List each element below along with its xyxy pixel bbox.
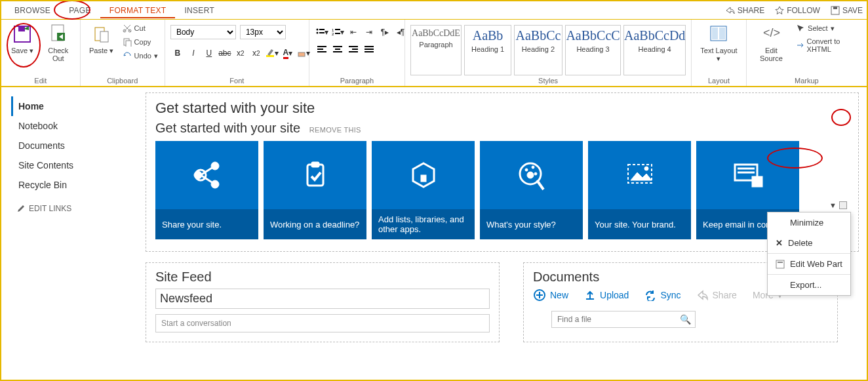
bullets-button[interactable]: ▾ xyxy=(315,25,329,39)
share-action[interactable]: SHARE xyxy=(726,6,764,15)
bold-button[interactable]: B xyxy=(170,46,185,60)
superscript-button[interactable]: x2 xyxy=(249,46,264,60)
tile-3[interactable]: What's your style? xyxy=(480,141,583,239)
style-heading-3[interactable]: AaBbCcCHeading 3 xyxy=(565,25,621,75)
svg-rect-33 xyxy=(365,51,374,52)
paste-button[interactable]: Paste ▾ xyxy=(86,22,117,56)
style-heading-1[interactable]: AaBbHeading 1 xyxy=(464,25,511,75)
svg-rect-53 xyxy=(752,176,762,187)
font-color-button[interactable]: A▾ xyxy=(281,46,295,60)
svg-rect-27 xyxy=(333,51,342,52)
webpart-checkbox[interactable] xyxy=(839,201,847,209)
numbering-icon: 12 xyxy=(331,28,340,37)
outdent-button[interactable]: ⇤ xyxy=(346,25,361,39)
indent-button[interactable]: ⇥ xyxy=(362,25,376,39)
conversation-input[interactable]: Start a conversation xyxy=(155,314,490,332)
inner-title: Get started with your site xyxy=(155,121,300,136)
copy-button[interactable]: Copy xyxy=(121,36,159,48)
find-file-search[interactable]: 🔍 xyxy=(551,311,696,328)
tab-browse[interactable]: BROWSE xyxy=(5,3,60,18)
bullets-icon xyxy=(315,28,325,37)
svg-rect-19 xyxy=(335,29,340,30)
edit-source-button[interactable]: </> Edit Source xyxy=(752,22,791,64)
site-feed-panel: Site Feed Newsfeed Start a conversation xyxy=(146,262,500,342)
menu-delete[interactable]: ✕Delete xyxy=(768,233,850,253)
sidebar-item-home[interactable]: Home xyxy=(11,96,139,116)
svg-point-14 xyxy=(316,29,318,31)
numbering-button[interactable]: 12▾ xyxy=(330,25,345,39)
code-icon: </> xyxy=(760,24,781,45)
undo-button[interactable]: Undo ▾ xyxy=(121,50,159,62)
menu-export[interactable]: Export... xyxy=(768,275,850,295)
subscript-button[interactable]: x2 xyxy=(233,46,248,60)
upload-button[interactable]: Upload xyxy=(584,289,629,301)
font-family-select[interactable]: Body xyxy=(170,25,236,39)
share-doc-button[interactable]: Share xyxy=(697,289,737,301)
align-center-button[interactable] xyxy=(330,42,345,56)
align-left-button[interactable] xyxy=(315,42,329,56)
svg-rect-36 xyxy=(719,28,725,39)
new-doc-button[interactable]: New xyxy=(533,289,568,302)
sync-icon xyxy=(644,289,656,301)
tile-1[interactable]: Working on a deadline? xyxy=(264,141,366,239)
font-size-select[interactable]: 13px xyxy=(240,25,286,39)
sidebar-item-notebook[interactable]: Notebook xyxy=(13,116,139,136)
find-file-input[interactable] xyxy=(552,311,675,327)
webpart-menu-caret[interactable]: ▼ xyxy=(829,201,837,209)
convert-icon xyxy=(796,41,804,50)
tab-row: BROWSE PAGE FORMAT TEXT INSERT SHARE FOL… xyxy=(1,1,867,20)
tab-page[interactable]: PAGE xyxy=(60,3,100,18)
getstarted-webpart: Get started with your site Get started w… xyxy=(146,92,859,252)
svg-rect-44 xyxy=(421,175,426,182)
align-right-button[interactable] xyxy=(346,42,361,56)
cut-button[interactable]: Cut xyxy=(121,22,159,34)
menu-edit-webpart[interactable]: Edit Web Part xyxy=(768,254,850,274)
style-paragraph[interactable]: AaBbCcDdEParagraph xyxy=(410,25,462,75)
share-doc-icon xyxy=(697,289,709,301)
tab-insert[interactable]: INSERT xyxy=(175,3,224,18)
tile-0[interactable]: Share your site. xyxy=(155,141,258,239)
italic-button[interactable]: I xyxy=(186,46,201,60)
save-button[interactable]: Save ▾ xyxy=(7,22,38,56)
tab-format-text[interactable]: FORMAT TEXT xyxy=(100,3,176,18)
group-label-layout: Layout xyxy=(697,75,741,86)
select-button[interactable]: Select ▾ xyxy=(795,22,861,34)
svg-rect-29 xyxy=(352,49,358,50)
style-heading-4[interactable]: AaBbCcDdHeading 4 xyxy=(623,25,686,75)
highlight-button[interactable]: ▾ xyxy=(265,46,279,60)
style-heading-2[interactable]: AaBbCcHeading 2 xyxy=(514,25,562,75)
ltr-button[interactable]: ¶▸ xyxy=(378,25,392,39)
tile-4[interactable]: Your site. Your brand. xyxy=(588,141,691,239)
follow-action[interactable]: FOLLOW xyxy=(775,6,820,15)
sidebar-item-site-contents[interactable]: Site Contents xyxy=(13,155,139,175)
checkout-button[interactable]: Check Out xyxy=(42,22,75,64)
ribbon: Save ▾ Check Out Edit Paste ▾ Cut Copy U… xyxy=(1,20,867,87)
remove-this-link[interactable]: REMOVE THIS xyxy=(309,126,361,134)
svg-point-46 xyxy=(525,169,528,171)
edit-links-button[interactable]: EDIT LINKS xyxy=(13,204,71,213)
strike-button[interactable]: abc xyxy=(218,46,232,60)
menu-minimize[interactable]: Minimize xyxy=(768,212,850,233)
group-label-edit: Edit xyxy=(7,75,75,86)
svg-text:2: 2 xyxy=(332,32,334,36)
sync-button[interactable]: Sync xyxy=(644,289,681,301)
clear-format-button[interactable]: ▾ xyxy=(296,46,311,60)
svg-point-51 xyxy=(644,167,648,170)
text-layout-button[interactable]: Text Layout ▾ xyxy=(697,22,741,64)
sidebar-item-documents[interactable]: Documents xyxy=(13,136,139,155)
align-center-icon xyxy=(333,45,342,54)
highlight-icon xyxy=(266,49,275,58)
edit-webpart-icon xyxy=(776,260,785,269)
convert-xhtml-button[interactable]: Convert to XHTML xyxy=(795,36,861,54)
share-icon xyxy=(726,6,735,15)
svg-rect-24 xyxy=(317,51,326,52)
tile-2[interactable]: Add lists, libraries, and other apps. xyxy=(372,141,475,239)
group-label-markup: Markup xyxy=(752,75,861,86)
justify-button[interactable] xyxy=(362,42,376,56)
save-action[interactable]: SAVE xyxy=(831,6,863,15)
newsfeed-title: Newsfeed xyxy=(155,289,490,309)
undo-icon xyxy=(123,51,132,60)
underline-button[interactable]: U xyxy=(202,46,216,60)
sidebar-item-recycle-bin[interactable]: Recycle Bin xyxy=(13,175,139,195)
search-icon[interactable]: 🔍 xyxy=(675,311,695,327)
